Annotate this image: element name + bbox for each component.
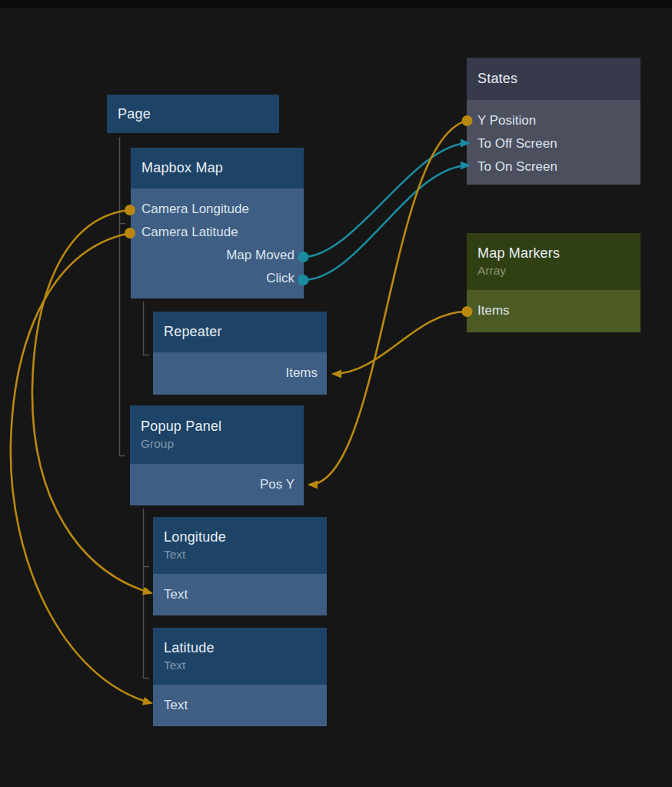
port-y-position[interactable]: Y Position — [467, 109, 640, 132]
port-label: Pos Y — [260, 477, 294, 492]
port-camera-longitude[interactable]: Camera Longitude — [131, 198, 304, 221]
port-label: Items — [285, 365, 318, 380]
port-label: To Off Screen — [477, 136, 557, 151]
port-items-out[interactable]: Items — [467, 299, 640, 322]
node-mapbox-header: Mapbox Map — [131, 148, 304, 188]
node-latitude-header: Latitude Text — [153, 628, 327, 685]
node-subtitle: Text — [164, 548, 327, 562]
window-top-edge — [0, 0, 672, 8]
node-states-header: States — [467, 58, 640, 100]
port-latitude-text[interactable]: Text — [153, 694, 327, 717]
node-states[interactable]: States Y Position To Off Screen To On Sc… — [467, 58, 640, 185]
node-title: Longitude — [164, 529, 327, 545]
tree-line-popup-children — [144, 509, 150, 679]
node-mapbox-body: Camera Longitude Camera Latitude Map Mov… — [131, 188, 304, 298]
node-repeater[interactable]: Repeater Items — [153, 312, 327, 395]
node-title: Latitude — [164, 640, 327, 656]
node-longitude[interactable]: Longitude Text Text — [153, 517, 327, 615]
port-label: Click — [266, 271, 294, 285]
node-popup-panel[interactable]: Popup Panel Group Pos Y — [130, 405, 304, 505]
wire-y-position-to-pos-y[interactable] — [309, 121, 467, 485]
node-title: Page — [118, 106, 279, 122]
node-map-markers-body: Items — [467, 290, 640, 332]
node-popup-panel-header: Popup Panel Group — [130, 405, 304, 464]
node-repeater-header: Repeater — [153, 312, 327, 352]
node-title: Map Markers — [477, 245, 640, 262]
node-latitude-body: Text — [153, 685, 327, 726]
node-mapbox-map[interactable]: Mapbox Map Camera Longitude Camera Latit… — [131, 148, 304, 298]
port-label: Camera Latitude — [141, 225, 238, 239]
wire-map-moved-to-off-screen[interactable] — [303, 143, 469, 257]
tree-line-mapbox-children — [144, 302, 150, 355]
port-to-on-screen[interactable]: To On Screen — [467, 155, 640, 178]
node-subtitle: Text — [164, 659, 327, 672]
node-editor-canvas[interactable]: Page Mapbox Map Camera Longitude Camera … — [0, 0, 672, 787]
port-longitude-text[interactable]: Text — [153, 583, 327, 606]
tree-line-page-children — [120, 137, 126, 456]
node-subtitle: Array — [477, 264, 640, 278]
port-label: Camera Longitude — [141, 202, 249, 216]
node-longitude-header: Longitude Text — [153, 517, 327, 574]
port-label: To On Screen — [477, 159, 557, 174]
port-map-moved[interactable]: Map Moved — [131, 244, 304, 267]
node-page-header: Page — [107, 95, 279, 133]
node-page[interactable]: Page — [107, 95, 279, 133]
node-popup-panel-body: Pos Y — [130, 464, 304, 505]
node-subtitle: Group — [141, 437, 304, 451]
node-map-markers[interactable]: Map Markers Array Items — [467, 233, 640, 332]
node-longitude-body: Text — [153, 574, 327, 615]
port-label: Text — [164, 587, 188, 602]
port-pos-y[interactable]: Pos Y — [130, 473, 304, 496]
port-label: Map Moved — [226, 248, 294, 262]
port-click[interactable]: Click — [131, 267, 304, 290]
port-label: Items — [477, 303, 510, 318]
wire-click-to-on-screen[interactable] — [303, 165, 469, 280]
node-title: States — [477, 71, 640, 87]
node-states-body: Y Position To Off Screen To On Screen — [467, 100, 640, 185]
port-label: Text — [164, 698, 188, 712]
node-title: Mapbox Map — [141, 160, 304, 176]
port-items-in[interactable]: Items — [153, 362, 327, 385]
wire-items-to-repeater-items[interactable] — [333, 312, 467, 374]
node-title: Popup Panel — [141, 419, 304, 435]
port-camera-latitude[interactable]: Camera Latitude — [131, 221, 304, 244]
node-latitude[interactable]: Latitude Text Text — [153, 628, 327, 726]
node-repeater-body: Items — [153, 352, 327, 395]
port-to-off-screen[interactable]: To Off Screen — [467, 132, 640, 155]
port-label: Y Position — [477, 113, 536, 128]
node-title: Repeater — [164, 324, 327, 340]
node-map-markers-header: Map Markers Array — [467, 233, 640, 290]
